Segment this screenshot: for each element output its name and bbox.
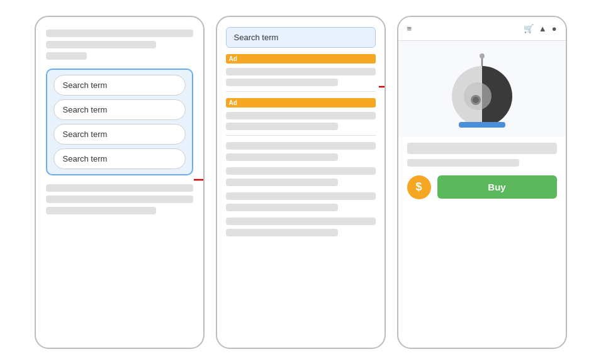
price-badge: $ (407, 175, 431, 199)
svg-point-5 (480, 53, 485, 58)
search-suggestion-4[interactable]: Search term (53, 148, 186, 169)
placeholder-bar (226, 153, 339, 161)
cart-icon[interactable]: 🛒 (524, 24, 534, 33)
svg-rect-10 (459, 122, 505, 128)
placeholder-bar (226, 218, 376, 225)
search-suggestion-2[interactable]: Search term (53, 99, 186, 120)
left-phone: Search term Search term Search term Sear… (35, 16, 205, 349)
buy-button[interactable]: Buy (437, 175, 557, 199)
placeholder-bar (226, 204, 339, 211)
placeholder-bar (226, 142, 376, 150)
robot-illustration-area (398, 41, 566, 136)
results-block (226, 142, 376, 161)
results-block (226, 167, 376, 186)
left-bottom-content (46, 184, 193, 214)
arrow-middle-to-right (378, 80, 386, 96)
search-suggestions-box: Search term Search term Search term Sear… (46, 69, 193, 175)
placeholder-bar (226, 79, 339, 86)
placeholder-bar (46, 41, 157, 48)
placeholder-bar (46, 52, 87, 60)
ad-badge-1: Ad (226, 54, 376, 63)
search-suggestion-1[interactable]: Search term (53, 75, 186, 96)
right-topbar: ≡ 🛒 ▲ ● (398, 17, 566, 41)
search-input-middle[interactable]: Search term (226, 27, 376, 48)
product-title-bar (407, 143, 557, 154)
placeholder-bar (46, 207, 157, 214)
buy-row: $ Buy (407, 175, 557, 199)
placeholder-bar (226, 68, 376, 75)
scene: Search term Search term Search term Sear… (0, 3, 601, 361)
placeholder-bar (46, 196, 193, 203)
robot-illustration (441, 51, 523, 133)
search-suggestion-3[interactable]: Search term (53, 124, 186, 145)
placeholder-bar (226, 112, 376, 119)
hamburger-icon[interactable]: ≡ (407, 24, 412, 33)
results-block (226, 218, 376, 236)
right-phone: ≡ 🛒 ▲ ● (397, 16, 567, 349)
topbar-icons-group: 🛒 ▲ ● (524, 24, 557, 33)
ad-block-2: Ad (226, 98, 376, 136)
placeholder-bar (226, 123, 339, 130)
placeholder-bar (46, 184, 193, 192)
results-block (226, 192, 376, 211)
placeholder-bar (226, 167, 376, 175)
placeholder-bar (46, 30, 193, 37)
right-product-content: $ Buy (398, 136, 566, 348)
placeholder-bar (226, 229, 339, 236)
left-top-content (46, 30, 193, 60)
placeholder-bar (226, 179, 339, 186)
placeholder-bar (226, 192, 376, 200)
ad-badge-2: Ad (226, 98, 376, 108)
svg-point-9 (473, 97, 479, 103)
ad-block-1: Ad (226, 54, 376, 92)
product-subtitle-bar (407, 159, 520, 167)
profile-icon[interactable]: ● (552, 24, 557, 33)
alert-icon[interactable]: ▲ (539, 24, 547, 33)
arrow-left-to-middle (193, 173, 205, 189)
middle-phone: Search term Ad Ad (216, 16, 386, 349)
